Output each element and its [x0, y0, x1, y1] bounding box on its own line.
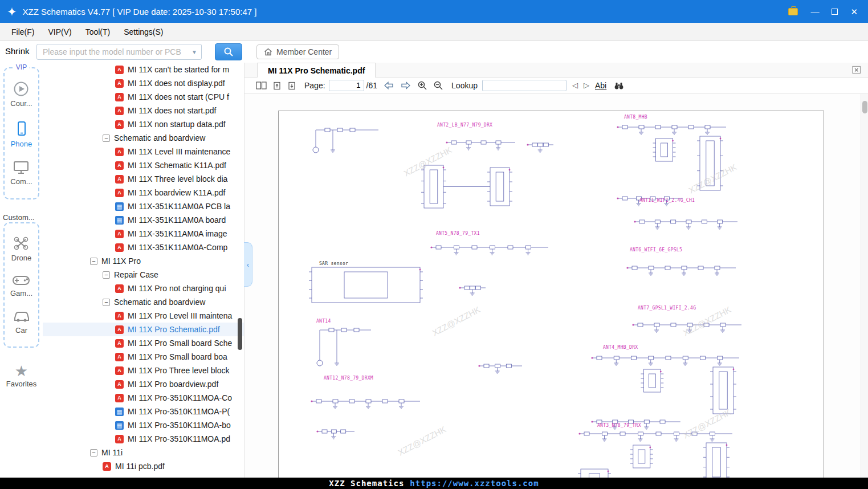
tree-item[interactable]: AMI 11X Pro not charging qui: [43, 282, 244, 295]
board-file-icon: ▦: [115, 202, 124, 211]
tree-item[interactable]: AMI 11X-351K11AM0A image: [43, 227, 244, 241]
tree-item[interactable]: −Repair Case: [43, 268, 244, 282]
tree-item[interactable]: AMI 11X Schematic K11A.pdf: [43, 158, 244, 172]
menu-tool[interactable]: Tool(T): [79, 25, 117, 39]
tree-item-label: MI 11X Pro Three level block: [128, 366, 229, 375]
pdf-file-icon: A: [115, 435, 124, 443]
tree-item[interactable]: ▦MI 11X Pro-3510K11MOA-P(: [43, 405, 244, 418]
tree-item[interactable]: ▦MI 11X-351K11AM0A PCB la: [43, 199, 244, 213]
tree-item[interactable]: −Schematic and boardview: [43, 131, 244, 145]
prev-page-icon[interactable]: [383, 81, 394, 90]
tree-item[interactable]: AMI 11X does not start.pdf: [43, 104, 244, 117]
sidebar-item-computer[interactable]: Com...: [10, 160, 32, 186]
tree-item[interactable]: AMI 11X can't be started for m: [43, 63, 244, 76]
abi-toggle[interactable]: Abi: [595, 81, 606, 90]
pdf-canvas-area: XZZ@XZZHKXZZ@XZZHKXZZ@XZZHKXZZ@XZZHKXZZ@…: [244, 94, 868, 478]
menu-file[interactable]: File(F): [5, 25, 41, 39]
tree-item-label: MI 11X Pro: [101, 256, 141, 266]
tree-item[interactable]: AMI 11X Pro-3510K11MOA.pd: [43, 432, 244, 446]
page-number-input[interactable]: [329, 80, 364, 91]
sidebar-item-course[interactable]: Cour...: [10, 81, 32, 108]
status-url[interactable]: https://www.xzztools.com: [410, 479, 539, 488]
sidebar-item-car[interactable]: Car: [13, 309, 31, 335]
top-bar: Shrink ▼ Member Center: [0, 41, 868, 63]
rotate-left-icon[interactable]: [272, 81, 282, 90]
zoom-in-icon[interactable]: [417, 80, 427, 91]
collapse-icon[interactable]: −: [103, 299, 110, 306]
search-input[interactable]: [36, 44, 202, 60]
close-tab-icon[interactable]: [852, 66, 861, 74]
tree-item[interactable]: AMI 11X Pro Small board boa: [43, 350, 244, 364]
svg-text:ANT6_WIFI_6E_GPSL5: ANT6_WIFI_6E_GPSL5: [630, 247, 682, 252]
minimize-button[interactable]: —: [810, 7, 819, 16]
tree-item[interactable]: −MI 11X Pro: [43, 254, 244, 268]
tree-item[interactable]: AMI 11X non startup data.pdf: [43, 117, 244, 131]
collapse-icon[interactable]: −: [103, 135, 110, 142]
tree-item[interactable]: AMI 11X does not start (CPU f: [43, 90, 244, 104]
sidebar-item-favorites[interactable]: ★ Favorites: [0, 364, 43, 388]
tree-item[interactable]: ▦MI 11X Pro-3510K11MOA-bo: [43, 418, 244, 432]
tree-item[interactable]: AMI 11X Pro-3510K11MOA-Co: [43, 391, 244, 405]
tree-item[interactable]: ▦MI 11X-351K11AM0A board: [43, 213, 244, 227]
file-tree: AMI 11X can't be started for mAMI 11X do…: [43, 63, 244, 473]
member-center-label: Member Center: [276, 47, 332, 56]
zoom-out-icon[interactable]: [433, 80, 443, 91]
maximize-button[interactable]: [832, 9, 838, 15]
search-button[interactable]: [215, 43, 242, 60]
svg-text:ANT3_N78_79_TRX: ANT3_N78_79_TRX: [597, 423, 641, 428]
next-result-icon[interactable]: ▷: [584, 81, 589, 89]
tree-item[interactable]: AMI 11X Pro Three level block: [43, 364, 244, 377]
tab-schematic-pdf[interactable]: MI 11X Pro Schematic.pdf: [257, 63, 376, 78]
viewer-scrollbar[interactable]: [861, 94, 868, 478]
facing-pages-icon[interactable]: [256, 81, 267, 90]
tree-item-label: MI 11X Pro Level III maintena: [128, 311, 232, 320]
tree-item[interactable]: AMI 11X Pro boardview.pdf: [43, 377, 244, 391]
tree-item-label: MI 11X does not start.pdf: [128, 106, 216, 115]
tree-item-label: MI 11X Three level block dia: [128, 174, 227, 184]
next-page-icon[interactable]: [400, 81, 411, 90]
panel-collapse-handle[interactable]: ‹: [244, 242, 252, 287]
collapse-icon[interactable]: −: [90, 449, 97, 457]
home-icon: [264, 48, 272, 56]
member-center-button[interactable]: Member Center: [256, 44, 339, 59]
tree-item[interactable]: AMI 11X Pro Schematic.pdf: [43, 323, 244, 336]
lookup-input[interactable]: [482, 80, 567, 91]
tree-item-label: MI 11X Pro Schematic.pdf: [128, 325, 220, 334]
tree-item[interactable]: AMI 11X boardview K11A.pdf: [43, 186, 244, 199]
menu-settings[interactable]: Settings(S): [117, 25, 170, 39]
menu-vip[interactable]: VIP(V): [41, 25, 78, 39]
collapse-icon[interactable]: −: [90, 258, 97, 265]
tree-item[interactable]: AMI 11X Pro Level III maintena: [43, 309, 244, 323]
close-button[interactable]: ✕: [850, 7, 858, 16]
tree-item[interactable]: AMI 11i pcb.pdf: [43, 459, 244, 473]
search-dropdown-icon[interactable]: ▼: [191, 49, 197, 55]
tree-item[interactable]: AMI 11X-351K11AM0A-Comp: [43, 241, 244, 254]
board-file-icon: ▦: [115, 216, 124, 225]
sidebar-item-drone[interactable]: Drone: [11, 235, 31, 262]
tree-item[interactable]: AMI 11X Three level block dia: [43, 172, 244, 186]
binoculars-icon[interactable]: [613, 81, 625, 90]
custom-group-label: Custom...: [3, 213, 35, 222]
pdf-file-icon: A: [115, 312, 124, 320]
sidebar-item-game[interactable]: Gam...: [10, 274, 32, 298]
sidebar-item-phone[interactable]: Phone: [11, 120, 32, 148]
play-icon: [13, 81, 29, 97]
computer-icon: [13, 160, 30, 175]
pdf-file-icon: A: [103, 462, 111, 471]
tree-item[interactable]: AMI 11X Level III maintenance: [43, 145, 244, 158]
tree-item[interactable]: −MI 11i: [43, 446, 244, 459]
tree-item[interactable]: AMI 11X Pro Small board Sche: [43, 336, 244, 350]
pdf-file-icon: A: [115, 120, 124, 129]
tree-item[interactable]: −Schematic and boardview: [43, 295, 244, 309]
license-icon[interactable]: [788, 8, 798, 15]
tree-item[interactable]: AMI 11X does not display.pdf: [43, 76, 244, 90]
tree-scrollbar[interactable]: [238, 318, 242, 350]
svg-text:XZZ@XZZHK: XZZ@XZZHK: [681, 407, 732, 441]
rotate-right-icon[interactable]: [287, 81, 296, 90]
collapse-icon[interactable]: −: [103, 271, 110, 279]
title-bar: ✦ XZZ Schematics V4.77 [ VIP Due date: 2…: [0, 0, 868, 23]
viewer-scrollbar-thumb[interactable]: [862, 101, 867, 113]
pdf-page[interactable]: XZZ@XZZHKXZZ@XZZHKXZZ@XZZHKXZZ@XZZHKXZZ@…: [278, 111, 824, 478]
prev-result-icon[interactable]: ◁: [572, 81, 578, 89]
shrink-button[interactable]: Shrink: [5, 46, 30, 56]
